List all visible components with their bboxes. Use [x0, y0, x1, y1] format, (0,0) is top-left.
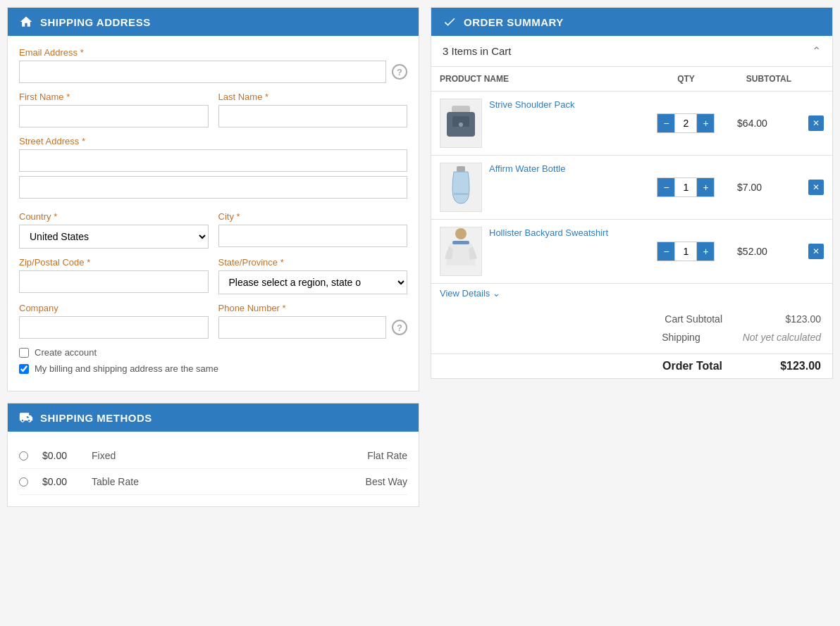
city-label: City *	[218, 211, 408, 222]
state-select[interactable]: Please select a region, state o	[218, 270, 408, 294]
product-cell-0: Strive Shoulder Pack	[440, 99, 635, 148]
qty-control-1: − +	[657, 177, 715, 197]
shipping-name-1: Best Way	[366, 476, 407, 487]
qty-increase-2[interactable]: +	[697, 242, 714, 261]
product-image-2	[440, 227, 482, 276]
shipping-method-radio-1[interactable]	[19, 477, 28, 487]
order-total-label: Order Total	[662, 360, 722, 373]
remove-item-2[interactable]: ✕	[808, 244, 824, 259]
qty-cell-2: − +	[652, 242, 720, 261]
water-bottle-img	[447, 165, 475, 211]
home-icon	[19, 15, 33, 29]
qty-cell-0: − +	[652, 113, 720, 133]
cart-table: PRODUCT NAME QTY SUBTOTAL	[431, 67, 832, 284]
chevron-down-icon: ⌄	[493, 288, 500, 299]
product-name-link-1[interactable]: Affirm Water Bottle	[489, 163, 565, 174]
billing-shipping-checkbox[interactable]	[19, 364, 29, 374]
view-details-link[interactable]: View Details ⌄	[431, 284, 509, 303]
company-label: Company	[19, 303, 209, 313]
remove-item-0[interactable]: ✕	[808, 115, 824, 131]
order-total-row: Order Total $123.00	[431, 353, 832, 378]
table-row: Strive Shoulder Pack − +	[431, 92, 832, 156]
qty-input-2[interactable]	[674, 242, 697, 261]
product-image-0	[440, 99, 482, 148]
product-name-link-0[interactable]: Strive Shoulder Pack	[489, 99, 574, 110]
qty-input-1[interactable]	[674, 178, 697, 196]
last-name-label: Last Name *	[218, 92, 408, 102]
street-address-input-2[interactable]	[19, 176, 407, 199]
shipping-methods-header: SHIPPING METHODS	[8, 403, 419, 432]
shipping-method-row-0: $0.00 Fixed Flat Rate	[19, 443, 407, 469]
shipping-type-0: Fixed	[92, 450, 353, 461]
qty-decrease-0[interactable]: −	[657, 114, 674, 132]
product-name-link-2[interactable]: Hollister Backyard Sweatshirt	[489, 227, 608, 238]
qty-input-0[interactable]	[674, 114, 697, 132]
email-help-icon[interactable]: ?	[392, 64, 407, 80]
qty-control-2: − +	[657, 242, 715, 261]
create-account-row: Create account	[19, 347, 407, 358]
cart-subtotal-label: Cart Subtotal	[665, 313, 722, 325]
create-account-checkbox[interactable]	[19, 348, 29, 358]
product-cell-1: Affirm Water Bottle	[440, 163, 635, 212]
cart-count-row: 3 Items in Cart ⌃	[431, 36, 832, 67]
remove-item-1[interactable]: ✕	[808, 180, 824, 195]
qty-col-header: QTY	[643, 67, 729, 92]
shipping-price-0: $0.00	[42, 450, 78, 461]
product-name-col-header: PRODUCT NAME	[431, 67, 643, 92]
shipping-method-row-1: $0.00 Table Rate Best Way	[19, 469, 407, 495]
cart-subtotal-row: Cart Subtotal $123.00	[443, 310, 821, 328]
order-summary-header: ORDER SUMMARY	[431, 8, 832, 36]
subtotal-1: $7.00	[729, 156, 800, 220]
svg-rect-4	[457, 166, 465, 172]
product-image-1	[440, 163, 482, 212]
email-label: Email Address *	[19, 47, 407, 58]
city-input[interactable]	[218, 225, 408, 247]
email-input[interactable]	[19, 61, 386, 83]
country-label: Country *	[19, 211, 209, 222]
shipping-price-1: $0.00	[42, 476, 78, 487]
qty-increase-1[interactable]: +	[697, 178, 714, 196]
subtotal-0: $64.00	[729, 92, 800, 156]
last-name-input[interactable]	[218, 105, 408, 127]
qty-decrease-1[interactable]: −	[657, 178, 674, 196]
totals-section: Cart Subtotal $123.00 Shipping Not yet c…	[431, 303, 832, 353]
cart-subtotal-value: $123.00	[765, 313, 821, 325]
shipping-type-1: Table Rate	[92, 476, 352, 487]
shipping-label: Shipping	[662, 332, 700, 343]
shipping-method-radio-0[interactable]	[19, 451, 28, 461]
zip-label: Zip/Postal Code *	[19, 257, 209, 268]
shipping-address-title: SHIPPING ADDRESS	[40, 16, 151, 28]
shoulder-bag-img	[443, 102, 478, 144]
qty-increase-0[interactable]: +	[697, 114, 714, 132]
shipping-name-0: Flat Rate	[367, 450, 407, 461]
company-input[interactable]	[19, 316, 209, 339]
phone-label: Phone Number *	[218, 303, 408, 313]
phone-input[interactable]	[218, 316, 387, 339]
svg-point-3	[459, 123, 463, 127]
cart-count-label: 3 Items in Cart	[443, 45, 512, 57]
street-address-label: Street Address *	[19, 136, 407, 146]
shipping-address-header: SHIPPING ADDRESS	[8, 8, 419, 36]
collapse-icon[interactable]: ⌃	[812, 44, 821, 58]
svg-rect-7	[452, 241, 469, 244]
table-row: Hollister Backyard Sweatshirt − +	[431, 220, 832, 284]
svg-rect-5	[454, 193, 468, 195]
table-row: Affirm Water Bottle − +	[431, 156, 832, 220]
svg-point-6	[455, 228, 467, 239]
subtotal-col-header: SUBTOTAL	[729, 67, 800, 92]
view-details-row: View Details ⌄	[431, 284, 832, 303]
create-account-label: Create account	[35, 347, 97, 358]
phone-help-icon[interactable]: ?	[392, 320, 407, 335]
first-name-input[interactable]	[19, 105, 209, 127]
sweatshirt-img	[442, 227, 481, 276]
subtotal-2: $52.00	[729, 220, 800, 284]
product-cell-2: Hollister Backyard Sweatshirt	[440, 227, 635, 276]
qty-cell-1: − +	[652, 177, 720, 197]
shipping-methods-title: SHIPPING METHODS	[40, 412, 152, 424]
street-address-input-1[interactable]	[19, 149, 407, 172]
zip-input[interactable]	[19, 270, 209, 293]
country-select[interactable]: United States Canada United Kingdom Aust…	[19, 225, 209, 249]
truck-icon	[19, 411, 33, 425]
qty-decrease-2[interactable]: −	[657, 242, 674, 261]
first-name-label: First Name *	[19, 92, 209, 102]
